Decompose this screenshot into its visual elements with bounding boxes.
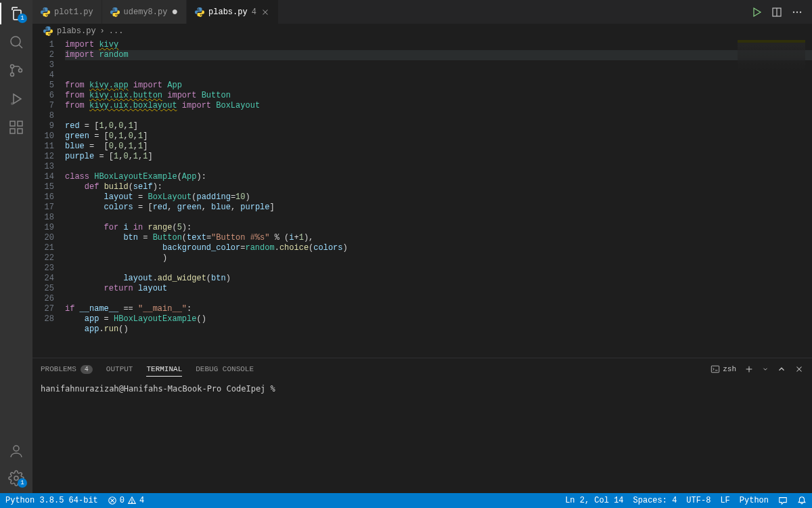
new-terminal-icon[interactable] <box>744 364 754 374</box>
minimap[interactable] <box>738 40 805 87</box>
code-line[interactable]: if __name__ == "__main__": <box>65 304 191 314</box>
code-line[interactable]: import random <box>65 50 812 60</box>
code-line[interactable]: import kivy <box>65 40 118 49</box>
line-number: 1 <box>32 40 54 50</box>
code-line[interactable]: colors = [red, green, blue, purple] <box>65 203 275 212</box>
tab-debug-console[interactable]: DEBUG CONSOLE <box>196 365 254 373</box>
python-file-icon <box>110 7 120 17</box>
svg-point-11 <box>14 446 19 451</box>
status-cursor-position[interactable]: Ln 2, Col 14 <box>565 496 623 505</box>
more-actions-icon[interactable] <box>792 7 803 18</box>
line-number: 9 <box>32 121 54 131</box>
svg-point-20 <box>800 11 801 12</box>
line-number: 15 <box>32 182 54 192</box>
tab-problems[interactable]: PROBLEMS 4 <box>41 365 93 374</box>
code-line[interactable]: btn = Button(text="Button #%s" % (i+1), <box>65 233 313 242</box>
svg-marker-5 <box>14 94 21 104</box>
line-number: 2 <box>32 50 54 60</box>
tab-label: plot1.py <box>54 7 93 17</box>
status-language-mode[interactable]: Python <box>740 496 769 505</box>
svg-point-19 <box>796 11 798 12</box>
svg-marker-15 <box>754 8 761 16</box>
svg-rect-21 <box>712 366 719 373</box>
line-number: 12 <box>32 152 54 162</box>
code-line[interactable]: def build(self): <box>65 182 162 192</box>
line-number: 23 <box>32 263 54 274</box>
problems-count: 4 <box>81 365 93 374</box>
code-line[interactable]: ) <box>65 253 167 263</box>
terminal-shell-icon[interactable]: zsh <box>710 364 736 374</box>
run-debug-icon[interactable] <box>8 91 24 107</box>
code-line[interactable]: blue = [0,0,1,1] <box>65 142 148 151</box>
bottom-panel: PROBLEMS 4 OUTPUT TERMINAL DEBUG CONSOLE… <box>32 358 812 493</box>
maximize-panel-icon[interactable] <box>777 364 786 374</box>
code-line[interactable]: from kivy.uix.button import Button <box>65 91 231 100</box>
explorer-icon[interactable]: 1 <box>8 5 24 22</box>
python-file-icon <box>43 26 53 36</box>
code-line[interactable]: from kivy.app import App <box>65 81 182 90</box>
code-line[interactable]: app = HBoxLayoutExample() <box>65 314 206 324</box>
source-control-icon[interactable] <box>8 62 24 79</box>
tab-terminal[interactable]: TERMINAL <box>146 365 182 377</box>
run-icon[interactable] <box>751 7 762 18</box>
svg-line-1 <box>19 45 22 48</box>
code-line[interactable]: from kivy.uix.boxlayout import BoxLayout <box>65 101 260 110</box>
line-number: 27 <box>32 304 54 314</box>
tab-label: udemy8.py <box>124 7 168 17</box>
line-number: 14 <box>32 172 54 182</box>
split-editor-icon[interactable] <box>771 7 782 18</box>
svg-rect-10 <box>18 121 22 126</box>
line-number: 10 <box>32 131 54 142</box>
search-icon[interactable] <box>8 34 24 50</box>
line-number: 28 <box>32 314 54 324</box>
status-notifications-icon[interactable] <box>797 496 807 505</box>
editor-tab[interactable]: udemy8.py● <box>102 0 187 24</box>
line-number: 13 <box>32 162 54 172</box>
breadcrumb-sep: › <box>100 26 105 36</box>
code-line[interactable]: layout.add_widget(btn) <box>65 274 231 283</box>
settings-gear-icon[interactable]: 1 <box>8 470 24 486</box>
tab-problems-badge: 4 <box>252 7 256 17</box>
svg-point-4 <box>19 69 22 72</box>
line-number: 5 <box>32 81 54 91</box>
close-panel-icon[interactable] <box>794 364 804 374</box>
code-line[interactable]: class HBoxLayoutExample(App): <box>65 172 206 182</box>
unsaved-dot-icon: ● <box>171 6 178 18</box>
breadcrumb[interactable]: plabs.py › ... <box>32 24 812 39</box>
accounts-icon[interactable] <box>8 443 24 459</box>
line-number: 3 <box>32 60 54 70</box>
editor-tab[interactable]: plabs.py4 <box>187 0 279 24</box>
line-number: 16 <box>32 192 54 203</box>
status-eol[interactable]: LF <box>720 496 729 505</box>
line-number: 11 <box>32 142 54 152</box>
terminal-prompt: hanifahnurazizah@Hanifahs-MacBook-Pro Co… <box>41 384 275 394</box>
terminal-dropdown-icon[interactable] <box>762 366 769 373</box>
extensions-icon[interactable] <box>8 119 24 135</box>
code-editor[interactable]: 1234567891011121314151617181920212223242… <box>32 39 812 358</box>
code-area[interactable]: import kivy import random from kivy.app … <box>65 39 812 358</box>
tab-label: plabs.py <box>208 7 248 17</box>
code-line[interactable]: purple = [1,0,1,1] <box>65 152 153 161</box>
status-problems[interactable]: 0 4 <box>108 496 144 505</box>
status-feedback-icon[interactable] <box>778 496 788 505</box>
terminal-body[interactable]: hanifahnurazizah@Hanifahs-MacBook-Pro Co… <box>32 380 812 493</box>
line-number: 18 <box>32 213 54 223</box>
tab-output[interactable]: OUTPUT <box>106 365 133 373</box>
status-python-interpreter[interactable]: Python 3.8.5 64-bit <box>5 496 98 505</box>
code-line[interactable]: green = [0,1,0,1] <box>65 131 148 141</box>
code-line[interactable]: layout = BoxLayout(padding=10) <box>65 192 250 202</box>
code-line[interactable]: for i in range(5): <box>65 223 191 232</box>
code-line[interactable]: return layout <box>65 284 167 293</box>
status-encoding[interactable]: UTF-8 <box>686 496 710 505</box>
explorer-badge: 1 <box>18 14 27 23</box>
code-line[interactable]: app.run() <box>65 324 129 334</box>
editor-tab-actions <box>751 0 812 24</box>
close-tab-icon[interactable] <box>261 7 270 17</box>
breadcrumb-rest: ... <box>109 26 124 36</box>
code-line[interactable]: background_color=random.choice(colors) <box>65 243 348 253</box>
code-line[interactable]: red = [1,0,0,1] <box>65 121 138 131</box>
breadcrumb-file: plabs.py <box>57 26 96 36</box>
status-indentation[interactable]: Spaces: 4 <box>633 496 677 505</box>
editor-tab[interactable]: plot1.py <box>32 0 102 24</box>
svg-point-30 <box>132 502 133 503</box>
